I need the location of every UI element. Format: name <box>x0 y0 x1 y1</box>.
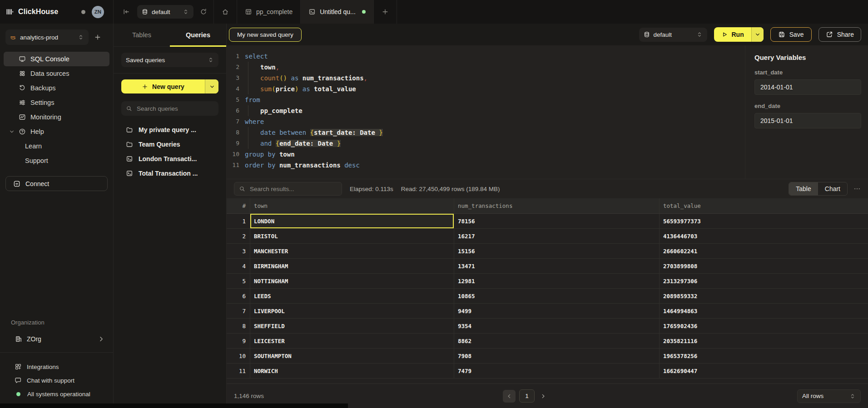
table-cell[interactable]: 9499 <box>454 304 660 318</box>
table-row[interactable]: 11 NORWICH 7479 1662690447 <box>227 364 868 379</box>
query-list-item-total-transaction[interactable]: Total Transaction ... <box>121 166 218 181</box>
table-cell[interactable]: SOUTHAMPTON <box>250 349 454 363</box>
code-line[interactable]: 6 pp_complete <box>227 105 745 116</box>
sidebar-footer-chat-with-support[interactable]: Chat with support <box>0 374 113 387</box>
share-button[interactable]: Share <box>818 27 861 42</box>
run-button[interactable]: Run <box>714 27 764 42</box>
table-row[interactable]: 6 LEEDS 10865 2089859332 <box>227 289 868 304</box>
table-cell[interactable]: LONDON <box>250 214 454 228</box>
code-line[interactable]: 8 date between {start_date: Date } <box>227 127 745 138</box>
table-row[interactable]: 2 BRISTOL 16217 4136446703 <box>227 229 868 244</box>
table-row[interactable]: 10 SOUTHAMPTON 7908 1965378256 <box>227 349 868 364</box>
table-cell[interactable]: 7479 <box>454 364 660 378</box>
table-cell[interactable]: 1464994863 <box>660 304 868 318</box>
sidebar-item-monitoring[interactable]: Monitoring <box>4 110 109 124</box>
table-cell[interactable]: LEICESTER <box>250 334 454 348</box>
table-cell[interactable]: SHEFFIELD <box>250 319 454 333</box>
table-row[interactable]: 3 MANCHESTER 15156 2660602241 <box>227 244 868 259</box>
code-line[interactable]: 1 select <box>227 51 745 62</box>
page-size-selector[interactable]: All rows <box>797 389 861 403</box>
avatar[interactable]: ZN <box>92 6 104 18</box>
table-cell[interactable]: 9354 <box>454 319 660 333</box>
code-line[interactable]: 9 and {end_date: Date } <box>227 138 745 149</box>
save-button[interactable]: Save <box>770 27 812 42</box>
table-cell[interactable]: NORWICH <box>250 364 454 378</box>
refresh-icon[interactable] <box>200 8 207 15</box>
table-cell[interactable]: NOTTINGHAM <box>250 274 454 288</box>
query-list-item-team-queries[interactable]: Team Queries <box>121 137 218 152</box>
connect-button[interactable]: Connect <box>5 176 108 191</box>
database-selector[interactable]: default <box>137 5 193 19</box>
sidebar-item-sql-console[interactable]: SQL Console <box>4 52 109 66</box>
code-line[interactable]: 4 sum(price) as total_value <box>227 84 745 94</box>
status-dot-icon[interactable] <box>81 10 85 14</box>
tab-tables[interactable]: Tables <box>114 24 170 46</box>
sidebar-item-backups[interactable]: Backups <box>4 81 109 95</box>
search-results-input[interactable] <box>249 185 337 193</box>
table-cell[interactable]: MANCHESTER <box>250 244 454 258</box>
more-options-icon[interactable] <box>853 185 861 192</box>
sidebar-item-learn[interactable]: Learn <box>4 139 109 153</box>
organization-switcher[interactable]: ZOrg <box>0 331 113 347</box>
table-cell[interactable]: LIVERPOOL <box>250 304 454 318</box>
table-cell[interactable]: 1965378256 <box>660 349 868 363</box>
column-header[interactable]: # <box>227 198 250 213</box>
code-line[interactable]: 10 group by town <box>227 149 745 160</box>
table-cell[interactable]: 4136446703 <box>660 229 868 243</box>
table-cell[interactable]: 8862 <box>454 334 660 348</box>
table-cell[interactable]: LEEDS <box>250 289 454 303</box>
tab-pp-complete[interactable]: pp_complete <box>237 0 300 24</box>
table-row[interactable]: 1 LONDON 78156 56593977373 <box>227 214 868 229</box>
current-page[interactable]: 1 <box>519 389 535 403</box>
table-cell[interactable]: 12981 <box>454 274 660 288</box>
table-row[interactable]: 4 BIRMINGHAM 13471 2703899808 <box>227 259 868 274</box>
table-row[interactable]: 9 LEICESTER 8862 2035821116 <box>227 334 868 349</box>
run-options-button[interactable] <box>751 27 764 42</box>
table-cell[interactable]: 7908 <box>454 349 660 363</box>
table-row[interactable]: 5 NOTTINGHAM 12981 2313297306 <box>227 274 868 289</box>
code-line[interactable]: 3 count() as num_transactions, <box>227 73 745 84</box>
table-row[interactable]: 7 LIVERPOOL 9499 1464994863 <box>227 304 868 319</box>
sidebar-item-help[interactable]: Help <box>4 124 109 139</box>
table-cell[interactable]: 10865 <box>454 289 660 303</box>
start-date-input[interactable] <box>754 79 861 95</box>
workspace-selector[interactable]: aws analytics-prod <box>5 29 89 45</box>
sidebar-footer-integrations[interactable]: Integrations <box>0 360 113 374</box>
table-cell[interactable]: 2660602241 <box>660 244 868 258</box>
table-cell[interactable]: 2313297306 <box>660 274 868 288</box>
table-cell[interactable]: 13471 <box>454 259 660 273</box>
sql-editor[interactable]: 1 select 2 town, 3 count() as num_transa… <box>227 45 745 179</box>
view-chart-button[interactable]: Chart <box>818 182 847 195</box>
tab-untitled-query[interactable]: Untitled qu... <box>300 0 373 24</box>
search-queries-input[interactable] <box>136 105 214 113</box>
sidebar-item-support[interactable]: Support <box>4 153 109 168</box>
editor-database-selector[interactable]: default <box>639 28 707 42</box>
sidebar-footer-all-systems-operational[interactable]: All systems operational <box>0 387 113 401</box>
table-cell[interactable]: 2035821116 <box>660 334 868 348</box>
column-header[interactable]: num_transactions <box>454 198 660 213</box>
end-date-input[interactable] <box>754 113 861 128</box>
table-cell[interactable]: 1662690447 <box>660 364 868 378</box>
new-tab-button[interactable] <box>373 0 397 24</box>
saved-queries-selector[interactable]: Saved queries <box>121 53 218 67</box>
table-cell[interactable]: BIRMINGHAM <box>250 259 454 273</box>
table-cell[interactable]: 2703899808 <box>660 259 868 273</box>
table-cell[interactable]: 15156 <box>454 244 660 258</box>
collapse-sidebar-icon[interactable] <box>123 8 130 15</box>
new-query-menu-button[interactable] <box>205 79 218 93</box>
column-header[interactable]: town <box>250 198 454 213</box>
table-cell[interactable]: 1765902436 <box>660 319 868 333</box>
sidebar-item-data-sources[interactable]: Data sources <box>4 66 109 81</box>
prev-page-button[interactable] <box>503 390 516 403</box>
table-cell[interactable]: 2089859332 <box>660 289 868 303</box>
query-list-item-london-transacti[interactable]: London Transacti... <box>121 152 218 166</box>
table-cell[interactable]: 16217 <box>454 229 660 243</box>
add-service-button[interactable] <box>94 34 101 41</box>
next-page-button[interactable] <box>538 391 548 401</box>
table-row[interactable]: 8 SHEFFIELD 9354 1765902436 <box>227 319 868 334</box>
code-line[interactable]: 5 from <box>227 94 745 105</box>
table-cell[interactable]: BRISTOL <box>250 229 454 243</box>
table-cell[interactable]: 78156 <box>454 214 660 228</box>
table-cell[interactable]: 56593977373 <box>660 214 868 228</box>
view-table-button[interactable]: Table <box>789 182 818 195</box>
